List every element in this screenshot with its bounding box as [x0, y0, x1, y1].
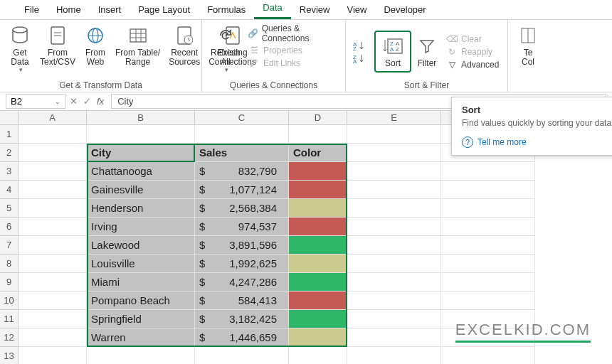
cell[interactable]: [441, 181, 535, 199]
row-header-10[interactable]: 10: [0, 291, 19, 310]
cell[interactable]: [87, 125, 195, 144]
cell[interactable]: [347, 144, 441, 162]
tell-me-more-link[interactable]: ? Tell me more: [462, 136, 612, 148]
cell[interactable]: [347, 291, 441, 310]
cell[interactable]: $3,182,425: [195, 310, 289, 328]
cell[interactable]: [347, 273, 441, 291]
cell[interactable]: City: [87, 144, 195, 162]
tab-page-layout[interactable]: Page Layout: [130, 1, 199, 19]
text-to-columns-button[interactable]: Te Col: [512, 23, 544, 68]
cell[interactable]: [289, 162, 347, 181]
cell[interactable]: Miami: [87, 273, 195, 291]
cell[interactable]: [19, 347, 87, 364]
cell[interactable]: [19, 273, 87, 291]
filter-button[interactable]: Filter: [411, 33, 443, 70]
cell[interactable]: [441, 255, 535, 273]
from-table-button[interactable]: From Table/ Range: [111, 23, 164, 68]
cell[interactable]: [289, 291, 347, 310]
row-header-4[interactable]: 4: [0, 181, 19, 199]
cell[interactable]: [19, 199, 87, 218]
cell[interactable]: [289, 347, 347, 364]
cell[interactable]: Springfield: [87, 310, 195, 328]
cell[interactable]: $832,790: [195, 162, 289, 181]
tab-developer[interactable]: Developer: [375, 1, 434, 19]
cell[interactable]: [19, 236, 87, 255]
cell[interactable]: Lakewood: [87, 236, 195, 255]
row-header-3[interactable]: 3: [0, 162, 19, 181]
from-web-button[interactable]: From Web: [80, 23, 111, 68]
fx-icon[interactable]: fx: [97, 96, 104, 107]
row-header-2[interactable]: 2: [0, 144, 19, 162]
cell[interactable]: [347, 218, 441, 236]
cell[interactable]: [347, 181, 441, 199]
row-header-9[interactable]: 9: [0, 273, 19, 291]
tab-home[interactable]: Home: [48, 1, 90, 19]
cell[interactable]: [289, 125, 347, 144]
cell[interactable]: [441, 236, 535, 255]
row-header-1[interactable]: 1: [0, 125, 19, 144]
cell[interactable]: [347, 236, 441, 255]
cell[interactable]: [347, 255, 441, 273]
cell[interactable]: [441, 218, 535, 236]
cell[interactable]: [19, 144, 87, 162]
cell[interactable]: [289, 236, 347, 255]
cell[interactable]: [87, 347, 195, 364]
cell[interactable]: [289, 218, 347, 236]
cell[interactable]: [347, 199, 441, 218]
cell[interactable]: [19, 218, 87, 236]
row-header-6[interactable]: 6: [0, 218, 19, 236]
col-header-A[interactable]: A: [19, 111, 87, 125]
cell[interactable]: Color: [289, 144, 347, 162]
tab-data[interactable]: Data: [254, 0, 290, 19]
row-header-8[interactable]: 8: [0, 255, 19, 273]
cell[interactable]: Sales: [195, 144, 289, 162]
cell[interactable]: $1,992,625: [195, 255, 289, 273]
queries-connections-button[interactable]: 🔗Queries & Connections: [245, 23, 341, 44]
cell[interactable]: Warren: [87, 328, 195, 347]
cell[interactable]: [289, 199, 347, 218]
cell[interactable]: [347, 125, 441, 144]
select-all-triangle[interactable]: [0, 111, 19, 125]
get-data-button[interactable]: Get Data▾: [4, 23, 36, 75]
cell[interactable]: [289, 310, 347, 328]
cell[interactable]: [289, 255, 347, 273]
from-csv-button[interactable]: From Text/CSV: [36, 23, 80, 68]
cell[interactable]: Louisville: [87, 255, 195, 273]
row-header-11[interactable]: 11: [0, 310, 19, 328]
cell[interactable]: [289, 328, 347, 347]
cell[interactable]: [19, 255, 87, 273]
cell[interactable]: [195, 347, 289, 364]
row-header-13[interactable]: 13: [0, 347, 19, 364]
cell[interactable]: [441, 291, 535, 310]
cell[interactable]: [19, 162, 87, 181]
cell[interactable]: [441, 347, 535, 364]
cell[interactable]: $584,413: [195, 291, 289, 310]
col-header-E[interactable]: E: [347, 111, 441, 125]
sort-desc-button[interactable]: ZA: [350, 52, 371, 65]
cell[interactable]: [347, 328, 441, 347]
recent-sources-button[interactable]: Recent Sources: [164, 23, 204, 68]
cell[interactable]: [289, 181, 347, 199]
cell[interactable]: [289, 273, 347, 291]
col-header-D[interactable]: D: [289, 111, 347, 125]
cell[interactable]: [195, 125, 289, 144]
col-header-B[interactable]: B: [87, 111, 195, 125]
cell[interactable]: [19, 181, 87, 199]
cell[interactable]: $974,537: [195, 218, 289, 236]
row-header-7[interactable]: 7: [0, 236, 19, 255]
tab-file[interactable]: File: [16, 1, 48, 19]
cell[interactable]: Henderson: [87, 199, 195, 218]
sort-button[interactable]: ZAAZ Sort: [377, 33, 408, 70]
row-header-12[interactable]: 12: [0, 328, 19, 347]
cell[interactable]: [441, 273, 535, 291]
cell[interactable]: [19, 328, 87, 347]
row-header-5[interactable]: 5: [0, 199, 19, 218]
cell[interactable]: [19, 310, 87, 328]
tab-review[interactable]: Review: [291, 1, 339, 19]
cell[interactable]: [347, 162, 441, 181]
cell[interactable]: $3,891,596: [195, 236, 289, 255]
cell[interactable]: Irving: [87, 218, 195, 236]
cell[interactable]: Pompano Beach: [87, 291, 195, 310]
cell[interactable]: Gainesville: [87, 181, 195, 199]
advanced-filter-button[interactable]: ▽Advanced: [443, 58, 502, 71]
